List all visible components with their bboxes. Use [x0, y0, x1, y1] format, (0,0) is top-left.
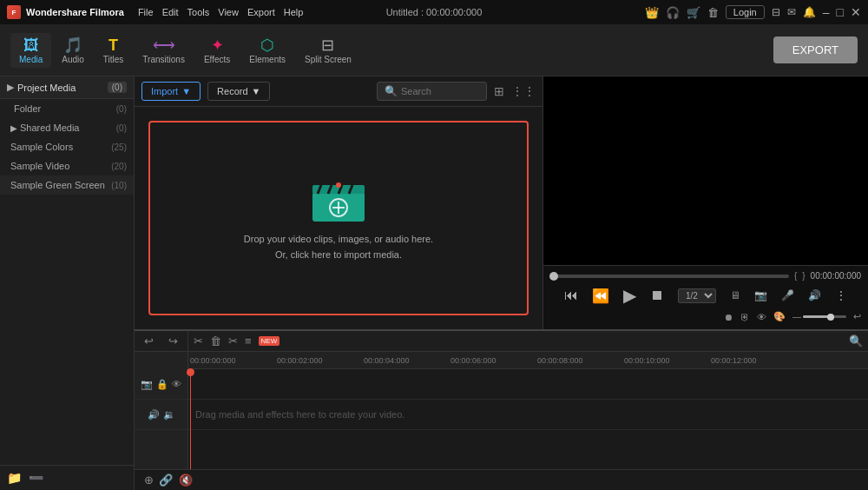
envelope-icon[interactable]: ✉: [787, 6, 796, 18]
drop-area[interactable]: Drop your video clips, images, or audio …: [148, 121, 529, 315]
window-title: Untitled : 00:00:00:000: [386, 7, 483, 17]
svg-point-9: [336, 182, 341, 188]
prev-frame-button[interactable]: ⏪: [592, 288, 609, 304]
ruler-2: 00:00:04:000: [364, 356, 450, 365]
preview-progress-bar[interactable]: [550, 275, 789, 278]
add-folder-icon[interactable]: 📁: [7, 471, 22, 485]
toolbar-split-screen[interactable]: ⊟ Split Screen: [296, 32, 360, 68]
speed-select[interactable]: 1/2: [678, 288, 716, 303]
folder-item[interactable]: Folder (0): [0, 99, 134, 118]
track1-camera-icon: 📷: [141, 379, 153, 390]
stop-button[interactable]: ⏹: [650, 288, 664, 303]
track2-vol-icon[interactable]: 🔉: [163, 409, 175, 420]
sample-colors-item[interactable]: Sample Colors (25): [0, 137, 134, 156]
record-button[interactable]: Record ▼: [207, 82, 270, 101]
menu-help[interactable]: Help: [284, 7, 304, 17]
screenshot-icon[interactable]: 📷: [754, 289, 767, 301]
close-button[interactable]: ✕: [851, 5, 861, 19]
monitor-icon[interactable]: 🖥: [730, 289, 740, 301]
audio-icon: 🎵: [63, 36, 82, 55]
bell-icon[interactable]: 🔔: [803, 6, 816, 18]
grid-icon[interactable]: ⋮⋮: [511, 84, 536, 98]
transitions-icon: ⟷: [153, 36, 175, 55]
volume-icon[interactable]: 🔊: [808, 289, 821, 301]
zoom-out-icon[interactable]: 🔍: [849, 334, 863, 348]
palette-icon[interactable]: 🎨: [773, 311, 786, 322]
toolbar-media[interactable]: 🖼 Media: [10, 33, 51, 68]
menu-edit[interactable]: Edit: [162, 7, 179, 17]
folder-arrow-icon: ▶: [7, 82, 14, 93]
audio-label: Audio: [62, 55, 84, 64]
sample-green-screen-item[interactable]: Sample Green Screen (10): [0, 175, 134, 195]
timeline-redo-button[interactable]: ↪: [168, 334, 178, 348]
shield-icon[interactable]: ⛨: [740, 312, 750, 322]
scissors-icon[interactable]: ✂: [228, 334, 238, 348]
menu-tools[interactable]: Tools: [187, 7, 210, 17]
import-button[interactable]: Import ▼: [141, 82, 201, 101]
volume-handle[interactable]: [827, 314, 834, 321]
filmora-logo-icon: F: [12, 9, 16, 17]
more-options-button[interactable]: ⋮: [835, 288, 847, 302]
effects-label: Effects: [204, 55, 230, 64]
search-box: 🔍: [377, 82, 487, 101]
toolbar-elements[interactable]: ⬡ Elements: [240, 32, 294, 68]
trash-icon[interactable]: 🗑: [707, 6, 719, 19]
toolbar-audio[interactable]: 🎵 Audio: [53, 32, 93, 68]
app-name: Wondershare Filmora: [26, 7, 124, 17]
undo-icon[interactable]: ↩: [853, 311, 861, 322]
restore-icon[interactable]: ⊟: [772, 6, 780, 18]
video-track: [188, 369, 868, 400]
cart-icon[interactable]: 🛒: [687, 6, 700, 19]
progress-handle[interactable]: [549, 272, 558, 281]
record-chevron-icon: ▼: [252, 86, 261, 96]
login-button[interactable]: Login: [726, 5, 765, 19]
panel-footer: 📁 ➖: [0, 465, 134, 490]
drop-text-line1: Drop your video clips, images, or audio …: [244, 232, 433, 248]
ruler-4: 00:00:08:000: [537, 356, 624, 365]
export-button[interactable]: EXPORT: [773, 36, 858, 63]
play-button[interactable]: ▶: [623, 285, 636, 306]
filter-icon[interactable]: ⊞: [494, 84, 504, 98]
delete-icon[interactable]: 🗑: [210, 334, 221, 348]
volume-slider[interactable]: [803, 315, 846, 318]
skip-back-button[interactable]: ⏮: [564, 288, 578, 303]
record-ctrl-icon[interactable]: ⏺: [724, 312, 733, 322]
split-screen-icon: ⊟: [321, 36, 334, 55]
sample-video-item[interactable]: Sample Video (20): [0, 156, 134, 175]
drop-text-line2: Or, click here to import media.: [275, 248, 402, 263]
link-icon[interactable]: 🔗: [159, 473, 173, 487]
mute-icon[interactable]: 🔇: [179, 473, 193, 487]
effects-icon: ✦: [211, 36, 224, 55]
headphone-icon[interactable]: 🎧: [666, 6, 680, 19]
project-media-label: Project Media: [17, 83, 76, 93]
timeline-undo-button[interactable]: ↩: [144, 334, 154, 348]
mic-icon[interactable]: 🎤: [781, 289, 794, 301]
preview-area: [543, 76, 868, 265]
media-panel: ▶ Project Media (0) Folder (0) ▶ Shared …: [0, 76, 135, 490]
list-icon[interactable]: ≡: [245, 334, 252, 348]
toolbar-titles[interactable]: T Titles: [95, 33, 133, 68]
menu-view[interactable]: View: [218, 7, 239, 17]
import-chevron-icon: ▼: [181, 86, 191, 96]
ruler-1: 00:00:02:000: [277, 356, 364, 365]
track1-lock-icon[interactable]: 🔒: [156, 379, 168, 390]
maximize-button[interactable]: □: [837, 5, 844, 19]
menu-export[interactable]: Export: [247, 7, 275, 17]
elements-label: Elements: [249, 55, 286, 64]
ruler-3: 00:00:06:000: [450, 356, 537, 365]
search-icon: 🔍: [385, 85, 398, 97]
split-screen-label: Split Screen: [305, 55, 352, 64]
toolbar-transitions[interactable]: ⟷ Transitions: [134, 32, 194, 68]
track1-eye-icon[interactable]: 👁: [172, 379, 181, 389]
shared-media-item[interactable]: ▶ Shared Media (0): [0, 118, 134, 137]
search-input[interactable]: [401, 86, 479, 96]
minimize-button[interactable]: –: [823, 5, 830, 19]
eye-icon[interactable]: 👁: [757, 312, 766, 322]
menu-file[interactable]: File: [138, 7, 154, 17]
toolbar-effects[interactable]: ✦ Effects: [195, 32, 239, 68]
add-track-icon[interactable]: ⊕: [144, 473, 154, 487]
remove-folder-icon[interactable]: ➖: [29, 471, 43, 485]
bracket-right: }: [802, 271, 805, 281]
cut-icon[interactable]: ✂: [194, 334, 203, 348]
crown-icon: 👑: [645, 6, 659, 19]
